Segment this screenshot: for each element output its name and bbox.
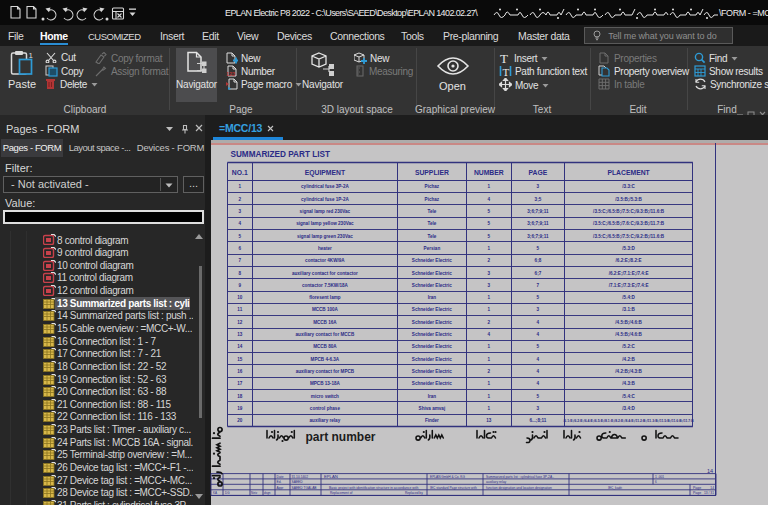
svg-text:1: 1 — [488, 307, 491, 312]
svg-text:/3.3:C: /3.3:C — [622, 184, 635, 189]
svg-text:9: 9 — [239, 283, 242, 288]
svg-text:1: 1 — [29, 51, 34, 60]
svg-text:Schneider Electric: Schneider Electric — [412, 271, 453, 276]
svg-text:1: 1 — [488, 246, 491, 251]
svg-text:\FORM - =MC: \FORM - =MC — [719, 8, 768, 18]
svg-text:14: 14 — [710, 486, 714, 490]
svg-text:Pichaz: Pichaz — [425, 197, 440, 202]
svg-text:/3.5:B;/5.3:B: /3.5:B;/5.3:B — [615, 197, 642, 202]
svg-text:Appr: Appr — [277, 486, 285, 490]
svg-text:123: 123 — [226, 71, 236, 77]
svg-text:Page: Page — [693, 486, 701, 490]
svg-text:3;5: 3;5 — [535, 197, 542, 202]
svg-text:MPCB 13-18A: MPCB 13-18A — [310, 381, 341, 386]
svg-text:/3.5:C;/6.5:B;/7.5:C;/9.3:B;/1: /3.5:C;/6.5:B;/7.5:C;/9.3:B;/11.6:B — [593, 209, 665, 214]
svg-text:5: 5 — [537, 295, 540, 300]
svg-text:19: 19 — [237, 406, 243, 411]
svg-text:cylindrical fuse 1P-2A: cylindrical fuse 1P-2A — [301, 197, 349, 202]
svg-text:/4.2:B;/4.3:B: /4.2:B;/4.3:B — [615, 369, 642, 374]
svg-text:MCCB 16A: MCCB 16A — [313, 320, 337, 325]
svg-text:SUMMARIZED PART LIST: SUMMARIZED PART LIST — [231, 150, 330, 159]
svg-text:13 / 31: 13 / 31 — [704, 491, 714, 495]
svg-text:auxiliary contact for MPCB: auxiliary contact for MPCB — [296, 369, 355, 374]
svg-text:3: 3 — [537, 184, 540, 189]
svg-text:16: 16 — [237, 369, 243, 374]
svg-text:signal lamp yellow 230Vac: signal lamp yellow 230Vac — [296, 221, 354, 226]
svg-text:SUPPLIER: SUPPLIER — [415, 169, 449, 176]
svg-text:18: 18 — [237, 394, 243, 399]
svg-text:5: 5 — [488, 234, 491, 239]
svg-text:auxiliary contact for contacto: auxiliary contact for contactor — [292, 271, 358, 276]
svg-text:12: 12 — [237, 320, 243, 325]
svg-text:1: 1 — [488, 344, 491, 349]
svg-text:31.10.1402: 31.10.1402 — [292, 475, 309, 479]
svg-text:20: 20 — [237, 418, 243, 423]
svg-text:EPLAN: EPLAN — [324, 474, 338, 479]
svg-text:Schneider Electric: Schneider Electric — [412, 344, 453, 349]
svg-text:EQUIPMENT: EQUIPMENT — [305, 169, 346, 177]
svg-text:2: 2 — [239, 197, 242, 202]
svg-text:heater: heater — [318, 246, 332, 251]
svg-text:1: 1 — [488, 295, 491, 300]
svg-text:Schneider Electric: Schneider Electric — [412, 357, 453, 362]
svg-text:Ed.: Ed. — [277, 480, 282, 484]
svg-text:IEC standard Page structure wi: IEC standard Page structure with — [430, 486, 477, 490]
svg-text:6;8: 6;8 — [535, 258, 542, 263]
svg-text:3;6;7;9;11: 3;6;7;9;11 — [527, 234, 549, 239]
svg-text:1: 1 — [239, 184, 242, 189]
svg-text:/4.2:B: /4.2:B — [622, 357, 635, 362]
svg-text:auxiliary contact for MCCB: auxiliary contact for MCCB — [296, 332, 355, 337]
svg-text:/5.4:D: /5.4:D — [622, 295, 635, 300]
svg-text:1: 1 — [488, 406, 491, 411]
svg-text:/3.1:B: /3.1:B — [622, 307, 635, 312]
svg-text:5: 5 — [537, 246, 540, 251]
svg-text:Shiva amvaj: Shiva amvaj — [419, 406, 446, 411]
svg-text:Tele: Tele — [427, 234, 436, 239]
svg-text:10: 10 — [237, 295, 243, 300]
svg-text:function designation and locat: function designation and location design… — [486, 486, 552, 490]
svg-text:7: 7 — [537, 283, 540, 288]
svg-text:IEC_kadri: IEC_kadri — [608, 486, 622, 490]
svg-text:Netz: Netz — [251, 491, 258, 495]
svg-text:1: 1 — [488, 357, 491, 362]
svg-text:/3.5:C;/6.5:B;/7.5:C;/9.2:B;/1: /3.5:C;/6.5:B;/7.5:C;/9.2:B;/11.6:B — [593, 234, 665, 239]
svg-text:4: 4 — [239, 221, 242, 226]
svg-text:5: 5 — [239, 234, 242, 239]
svg-text:6...;8;11: 6...;8;11 — [529, 418, 546, 423]
svg-text:Replaced by: Replaced by — [405, 491, 423, 495]
svg-text:4: 4 — [537, 381, 540, 386]
svg-text:Schneider Electric: Schneider Electric — [412, 258, 453, 263]
svg-text:Schneider Electric: Schneider Electric — [412, 307, 453, 312]
svg-text:2: 2 — [488, 258, 491, 263]
svg-text:contactor 7.5KW/18A: contactor 7.5KW/18A — [302, 283, 349, 288]
svg-text:1: 1 — [488, 394, 491, 399]
svg-text:4: 4 — [488, 332, 491, 337]
svg-text:signal lamp red 230Vac: signal lamp red 230Vac — [300, 209, 351, 214]
svg-text:T: T — [500, 52, 508, 64]
svg-text:/6.2:E;/7.1:E;/7.4:E: /6.2:E;/7.1:E;/7.4:E — [609, 271, 649, 276]
svg-text:/6.1:E;/6.2:E;/6.4:E;/6.5:E;/8: /6.1:E;/6.2:E;/6.4:E;/6.5:E;/8.1:E;/8.2:… — [563, 419, 694, 423]
svg-text:SAEED: SAEED — [292, 480, 304, 484]
svg-text:5: 5 — [537, 344, 540, 349]
svg-text:Tele: Tele — [427, 221, 436, 226]
svg-text:7: 7 — [239, 258, 242, 263]
svg-text:control phase: control phase — [310, 406, 341, 411]
svg-text:Schneider Electric: Schneider Electric — [412, 332, 453, 337]
svg-text:/5.2:C: /5.2:C — [622, 344, 635, 349]
svg-text:NO.1: NO.1 — [232, 169, 248, 176]
svg-text:Summarized parts list : cylind: Summarized parts list : cylindrical fuse… — [486, 475, 554, 479]
svg-text:1: 1 — [488, 184, 491, 189]
svg-text:5: 5 — [488, 221, 491, 226]
svg-text:4: 4 — [537, 332, 540, 337]
svg-text:Basic project with identificat: Basic project with identification struct… — [329, 486, 418, 490]
svg-text:NUMBER: NUMBER — [474, 169, 504, 176]
svg-text:SAEED TGALAB: SAEED TGALAB — [292, 486, 318, 490]
svg-text:11: 11 — [237, 307, 242, 312]
svg-text:1: 1 — [488, 381, 491, 386]
svg-text:3;6;7;9;11: 3;6;7;9;11 — [527, 221, 549, 226]
svg-text:3: 3 — [537, 406, 540, 411]
svg-text:PLACEMENT: PLACEMENT — [607, 169, 650, 176]
svg-text:Iran: Iran — [428, 394, 437, 399]
svg-text:Schneider Electric: Schneider Electric — [412, 381, 453, 386]
svg-text:Schneider Electric: Schneider Electric — [412, 283, 453, 288]
